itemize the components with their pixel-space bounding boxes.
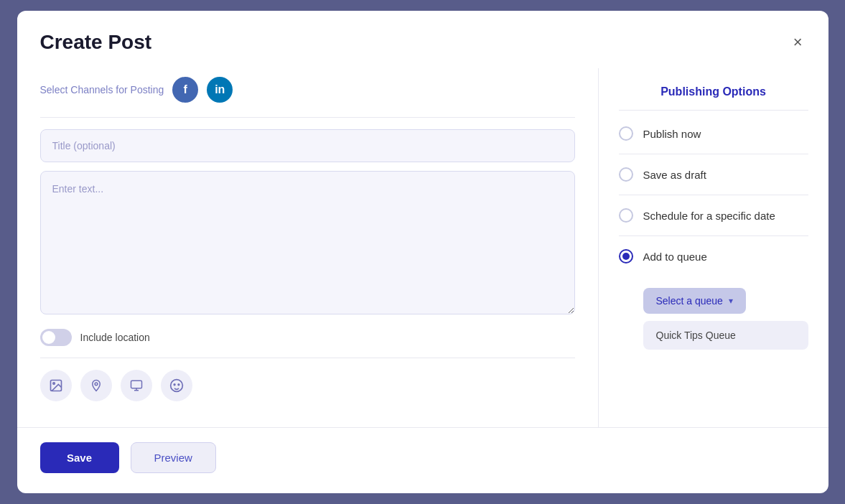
post-form: Include location: [40, 129, 575, 358]
publish-now-label: Publish now: [643, 128, 701, 140]
emoji-button[interactable]: [161, 370, 192, 401]
toolbar-divider: [40, 358, 575, 358]
save-draft-row: Save as draft: [619, 154, 808, 195]
image-icon: [49, 378, 63, 393]
channel-selector: Select Channels for Posting f in: [40, 68, 575, 118]
publishing-options-title: Publishing Options: [619, 85, 808, 111]
add-queue-label: Add to queue: [643, 251, 707, 263]
modal-overlay: Create Post × Select Channels for Postin…: [0, 0, 845, 504]
save-button[interactable]: Save: [40, 442, 119, 473]
svg-rect-3: [131, 381, 141, 388]
queue-section: Select a queue ▾ Quick Tips Queue: [619, 276, 808, 350]
left-panel: Select Channels for Posting f in Includ: [17, 68, 599, 427]
svg-point-9: [174, 384, 175, 386]
save-draft-radio[interactable]: [619, 167, 633, 182]
preview-button[interactable]: Preview: [131, 442, 216, 473]
modal-footer: Save Preview: [17, 427, 828, 493]
location-icon: [90, 378, 103, 393]
schedule-row: Schedule for a specific date: [619, 195, 808, 236]
post-toolbar: [40, 370, 575, 404]
location-toggle[interactable]: [40, 329, 72, 346]
add-queue-radio[interactable]: [619, 249, 633, 263]
svg-point-10: [178, 384, 179, 386]
title-input[interactable]: [40, 129, 575, 162]
schedule-label: Schedule for a specific date: [643, 210, 775, 222]
location-toggle-row: Include location: [40, 314, 575, 358]
modal-body: Select Channels for Posting f in Includ: [17, 68, 828, 427]
media-icon: [129, 379, 144, 392]
emoji-icon: [169, 378, 184, 393]
toggle-slider: [40, 329, 72, 346]
create-post-modal: Create Post × Select Channels for Postin…: [17, 11, 828, 493]
add-queue-row: Add to queue: [619, 236, 808, 276]
quick-tips-queue-option[interactable]: Quick Tips Queue: [643, 321, 808, 350]
right-panel: Publishing Options Publish now Save as d…: [599, 68, 828, 427]
location-picker-button[interactable]: [80, 370, 112, 401]
queue-dropdown-arrow-icon: ▾: [729, 296, 733, 306]
location-label: Include location: [80, 332, 150, 343]
facebook-channel-button[interactable]: f: [172, 77, 198, 103]
modal-header: Create Post ×: [17, 11, 828, 68]
svg-point-2: [95, 383, 98, 386]
publish-now-row: Publish now: [619, 113, 808, 154]
linkedin-channel-button[interactable]: in: [207, 77, 233, 103]
select-queue-button[interactable]: Select a queue ▾: [643, 288, 746, 314]
save-draft-label: Save as draft: [643, 169, 706, 181]
attach-image-button[interactable]: [40, 370, 72, 401]
close-button[interactable]: ×: [790, 32, 806, 53]
channel-selector-label: Select Channels for Posting: [40, 84, 164, 95]
media-button[interactable]: [121, 370, 152, 401]
post-text-area[interactable]: [40, 171, 575, 314]
select-queue-label: Select a queue: [656, 295, 723, 307]
schedule-radio[interactable]: [619, 208, 633, 223]
publish-now-radio[interactable]: [619, 126, 633, 141]
modal-title: Create Post: [40, 31, 152, 54]
footer-actions: Save Preview: [17, 428, 828, 493]
svg-point-1: [52, 383, 55, 385]
